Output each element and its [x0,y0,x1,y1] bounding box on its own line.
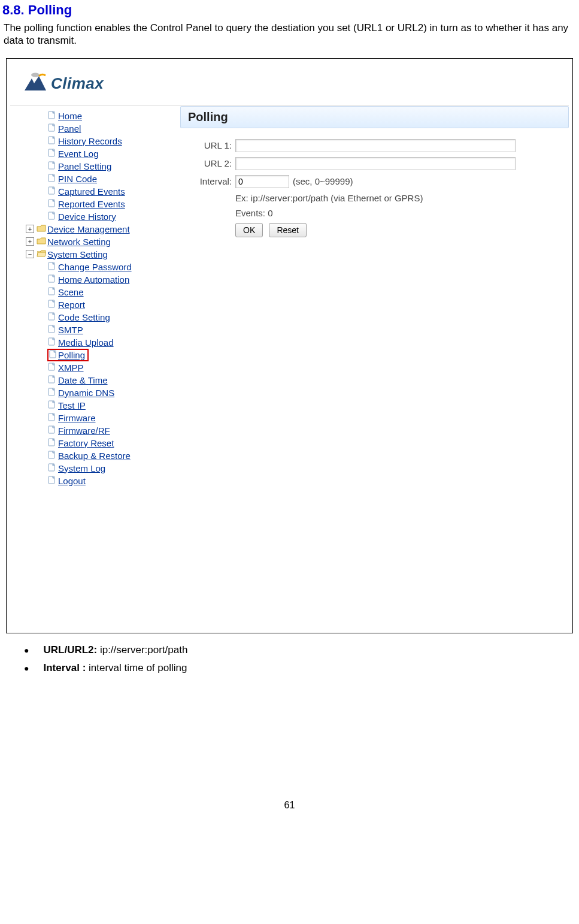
tree-item-label[interactable]: Backup & Restore [58,451,131,461]
tree-item-label[interactable]: Firmware/RF [58,425,110,436]
highlighted-tree-item: Polling [47,349,89,361]
tree-item[interactable]: Device History [13,210,168,223]
page-icon [47,388,57,398]
page-icon [47,312,57,322]
page-icon [47,136,57,146]
url1-input[interactable] [235,139,516,152]
page-icon [47,375,57,385]
page-icon [47,262,57,272]
tree-item[interactable]: Event Log [13,147,168,160]
tree-item[interactable]: System Log [13,462,168,475]
page-icon [47,400,57,410]
tree-item-label[interactable]: Logout [58,476,86,486]
tree-item-label[interactable]: Media Upload [58,337,114,348]
page-icon [47,123,57,134]
page-icon [47,451,57,461]
tree-item[interactable]: SMTP [13,324,168,336]
tree-item-label[interactable]: Device History [58,212,116,222]
page-icon [47,425,57,436]
section-heading: 8.8. Polling [0,2,579,18]
nav-tree: HomePanelHistory RecordsEvent LogPanel S… [10,106,171,629]
tree-item-label[interactable]: Test IP [58,400,86,410]
tree-item-label[interactable]: Dynamic DNS [58,388,114,398]
tree-item-label[interactable]: Panel [58,123,81,134]
page-icon [47,287,57,297]
tree-item[interactable]: Dynamic DNS [13,386,168,399]
page-icon [47,149,57,159]
tree-item-label[interactable]: Panel Setting [58,161,111,171]
tree-item[interactable]: Scene [13,286,168,298]
tree-item[interactable]: Panel [13,122,168,135]
tree-item[interactable]: Captured Events [13,185,168,198]
tree-item-label[interactable]: Network Setting [47,237,111,247]
tree-item-label[interactable]: Firmware [58,413,96,423]
tree-folder[interactable]: +Network Setting [13,235,168,248]
tree-item[interactable]: Reported Events [13,198,168,210]
tree-item-label[interactable]: Report [58,300,85,310]
tree-item[interactable]: Report [13,298,168,311]
tree-item-label[interactable]: Code Setting [58,312,110,322]
tree-item-label[interactable]: Scene [58,287,84,297]
tree-item[interactable]: Firmware/RF [13,424,168,437]
tree-item[interactable]: Change Password [13,261,168,273]
polling-form: URL 1: URL 2: Interval: (sec, 0~99999) E… [180,139,516,237]
ok-button[interactable]: OK [235,223,263,237]
tree-item-label[interactable]: Home Automation [58,274,129,285]
url2-label: URL 2: [180,158,235,168]
page-icon [47,274,57,285]
tree-expander-icon[interactable]: + [26,225,34,233]
tree-item[interactable]: Firmware [13,412,168,424]
tree-item-label[interactable]: Home [58,111,82,121]
events-count: Events: 0 [235,208,516,218]
tree-item-label[interactable]: Polling [58,350,85,360]
tree-item-label[interactable]: XMPP [58,363,84,373]
tree-item-label[interactable]: PIN Code [58,174,97,184]
page-icon [47,111,57,121]
url2-input[interactable] [235,157,516,170]
tree-item-label[interactable]: System Setting [47,249,108,259]
tree-item-label[interactable]: Device Management [47,224,130,234]
screenshot-container: Climax HomePanelHistory RecordsEvent Log… [6,58,573,633]
tree-item-label[interactable]: Reported Events [58,199,125,209]
tree-item[interactable]: Code Setting [13,311,168,324]
tree-item[interactable]: Home Automation [13,273,168,286]
tree-item[interactable]: History Records [13,135,168,147]
page-icon [47,174,57,184]
tree-item-label[interactable]: Factory Reset [58,438,114,448]
logo-text: Climax [51,74,104,93]
tree-expander-icon[interactable]: + [26,237,34,246]
tree-item[interactable]: XMPP [13,361,168,374]
tree-item[interactable]: Home [13,110,168,122]
interval-input[interactable] [235,175,289,188]
page-icon [47,438,57,448]
tree-item[interactable]: PIN Code [13,173,168,185]
tree-item-label[interactable]: Event Log [58,149,99,159]
tree-item-label[interactable]: System Log [58,463,105,473]
folder-icon [37,237,46,247]
interval-label: Interval: [180,176,235,186]
intro-paragraph: The polling function enables the Control… [0,22,579,47]
tree-item[interactable]: Media Upload [13,336,168,349]
reset-button[interactable]: Reset [269,223,307,237]
tree-folder-open[interactable]: −System Setting [13,248,168,261]
tree-item-label[interactable]: SMTP [58,325,83,335]
page-icon [47,476,57,486]
tree-item[interactable]: Date & Time [13,374,168,386]
tree-item-label[interactable]: Captured Events [58,186,125,197]
bullet-icon: ● [24,663,29,673]
tree-item-logout[interactable]: Logout [13,475,168,487]
tree-item[interactable]: Polling [13,349,168,361]
note-item: ● URL/URL2: ip://server:port/path [24,644,579,656]
logo-bar: Climax [10,62,569,106]
tree-item[interactable]: Test IP [13,399,168,412]
page-icon [47,199,57,209]
tree-item[interactable]: Factory Reset [13,437,168,449]
tree-folder[interactable]: +Device Management [13,223,168,235]
page-icon [47,186,57,197]
tree-item-label[interactable]: History Records [58,136,122,146]
tree-item-label[interactable]: Change Password [58,262,132,272]
tree-item[interactable]: Backup & Restore [13,449,168,462]
tree-item-label[interactable]: Date & Time [58,375,108,385]
tree-expander-icon[interactable]: − [26,250,34,258]
tree-item[interactable]: Panel Setting [13,160,168,173]
